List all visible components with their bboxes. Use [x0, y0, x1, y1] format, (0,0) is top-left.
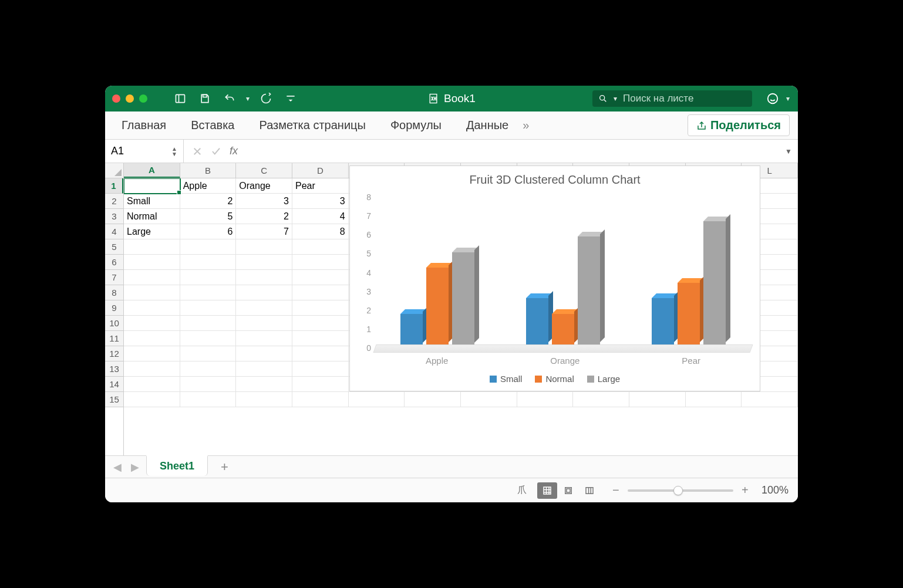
cell[interactable]: 3	[292, 194, 349, 209]
cell[interactable]	[180, 285, 237, 300]
cell[interactable]: 8	[292, 224, 349, 239]
cell[interactable]	[236, 270, 292, 285]
view-normal-button[interactable]	[537, 482, 557, 499]
cell[interactable]	[292, 377, 349, 392]
row-header[interactable]: 12	[105, 346, 123, 361]
cell[interactable]	[349, 392, 405, 407]
formula-input[interactable]	[246, 146, 779, 157]
smiley-icon[interactable]	[766, 92, 779, 105]
smiley-dropdown-icon[interactable]: ▾	[785, 94, 791, 103]
zoom-in-button[interactable]: +	[739, 484, 751, 497]
cell[interactable]	[180, 255, 237, 270]
sheet-nav-prev-icon[interactable]: ◀	[111, 458, 124, 476]
cell[interactable]	[517, 392, 574, 407]
cell[interactable]	[236, 346, 292, 361]
maximize-window-button[interactable]	[139, 94, 147, 103]
cell[interactable]	[180, 316, 237, 331]
sheet-nav-next-icon[interactable]: ▶	[129, 458, 141, 476]
redo-icon[interactable]	[257, 90, 275, 107]
cell[interactable]	[180, 361, 237, 377]
cell[interactable]: 3	[236, 194, 292, 209]
cancel-formula-icon[interactable]	[192, 146, 203, 157]
view-page-layout-button[interactable]	[558, 482, 578, 499]
cell[interactable]: Normal	[124, 209, 180, 224]
view-page-break-button[interactable]	[579, 482, 599, 499]
add-sheet-button[interactable]: +	[213, 459, 237, 475]
cell[interactable]	[405, 392, 461, 407]
undo-dropdown-icon[interactable]: ▾	[245, 94, 251, 103]
cell[interactable]	[292, 239, 349, 255]
row-header[interactable]: 4	[105, 224, 123, 239]
cell[interactable]	[180, 239, 237, 255]
row-headers[interactable]: 123456789101112131415	[105, 178, 124, 455]
cell[interactable]	[236, 331, 292, 346]
cell[interactable]: Small	[124, 194, 180, 209]
row-header[interactable]: 9	[105, 300, 123, 316]
select-all-corner[interactable]	[105, 163, 124, 178]
search-input[interactable]	[623, 93, 746, 104]
cell[interactable]	[124, 178, 180, 194]
name-box-stepper[interactable]: ▲▼	[171, 146, 177, 157]
cell[interactable]	[124, 255, 180, 270]
cell[interactable]	[236, 361, 292, 377]
zoom-slider[interactable]	[628, 489, 733, 492]
cell[interactable]: 2	[236, 209, 292, 224]
row-header[interactable]: 5	[105, 239, 123, 255]
cell[interactable]	[292, 361, 349, 377]
undo-icon[interactable]	[220, 90, 239, 107]
layout-icon[interactable]	[171, 90, 190, 107]
cell[interactable]	[180, 377, 237, 392]
cell[interactable]	[292, 346, 349, 361]
fx-label[interactable]: fx	[230, 145, 238, 157]
cell[interactable]	[742, 392, 798, 407]
row-header[interactable]: 3	[105, 209, 123, 224]
column-header[interactable]: D	[292, 163, 349, 178]
cell[interactable]	[236, 377, 292, 392]
row-header[interactable]: 2	[105, 194, 123, 209]
tab-insert[interactable]: Вставка	[183, 113, 242, 138]
accept-formula-icon[interactable]	[211, 146, 221, 157]
cell[interactable]	[180, 346, 237, 361]
cell[interactable]	[292, 331, 349, 346]
cell[interactable]: 6	[180, 224, 237, 239]
cell[interactable]	[292, 270, 349, 285]
cell[interactable]	[180, 300, 237, 316]
cell[interactable]	[124, 300, 180, 316]
cell[interactable]	[180, 270, 237, 285]
share-button[interactable]: Поделиться	[688, 114, 790, 136]
embedded-chart[interactable]: Fruit 3D Clustered Column Chart 87654321…	[349, 165, 760, 391]
cell[interactable]	[124, 392, 180, 407]
sheet-tab-active[interactable]: Sheet1	[146, 455, 208, 476]
row-header[interactable]: 7	[105, 270, 123, 285]
tabs-overflow-icon[interactable]: »	[517, 119, 535, 132]
cell[interactable]	[124, 346, 180, 361]
cell[interactable]	[686, 392, 742, 407]
cell[interactable]: Large	[124, 224, 180, 239]
expand-formula-bar-icon[interactable]: ▼	[779, 147, 798, 156]
cell[interactable]	[124, 331, 180, 346]
cell[interactable]: 7	[236, 224, 292, 239]
cell[interactable]	[124, 285, 180, 300]
cell[interactable]	[236, 316, 292, 331]
cell[interactable]: Apple	[180, 178, 237, 194]
row-header[interactable]: 10	[105, 316, 123, 331]
cell[interactable]: Pear	[292, 178, 349, 194]
row-header[interactable]: 15	[105, 392, 123, 407]
column-header[interactable]: C	[236, 163, 292, 178]
cell[interactable]	[292, 316, 349, 331]
cell[interactable]: Orange	[236, 178, 292, 194]
cell[interactable]	[236, 255, 292, 270]
cell[interactable]	[124, 316, 180, 331]
cell[interactable]	[461, 392, 517, 407]
column-header[interactable]: A	[124, 163, 180, 178]
cell[interactable]	[180, 331, 237, 346]
cell[interactable]	[180, 392, 237, 407]
row-header[interactable]: 11	[105, 331, 123, 346]
row-header[interactable]: 13	[105, 361, 123, 377]
row-header[interactable]: 8	[105, 285, 123, 300]
tab-home[interactable]: Главная	[113, 113, 174, 138]
save-icon[interactable]	[196, 90, 214, 107]
row-header[interactable]: 14	[105, 377, 123, 392]
cell[interactable]	[236, 285, 292, 300]
tab-formulas[interactable]: Формулы	[382, 113, 450, 138]
